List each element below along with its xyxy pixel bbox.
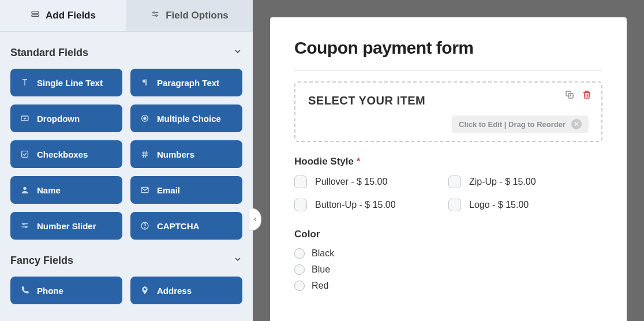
form-canvas-wrap: Coupon payment form SELECT YOUR ITEM Cli… [253, 0, 644, 321]
field-label: Paragraph Text [157, 78, 219, 88]
trash-icon[interactable] [582, 89, 592, 102]
standard-fields-grid: Single Line Text Paragraph Text Dropdown… [10, 69, 242, 240]
radio-icon [294, 264, 305, 275]
field-label: Single Line Text [37, 78, 103, 88]
required-asterisk: * [357, 156, 361, 167]
svg-point-5 [156, 14, 158, 16]
selected-field-block[interactable]: SELECT YOUR ITEM Click to Edit | Drag to… [294, 81, 602, 142]
svg-rect-1 [32, 14, 39, 16]
field-single-line-text[interactable]: Single Line Text [10, 69, 122, 96]
color-options: Black Blue Red [294, 248, 602, 291]
radio-icon [140, 113, 150, 124]
checkbox-icon [294, 176, 307, 188]
option-buttonup[interactable]: Button-Up - $ 15.00 [294, 199, 448, 211]
field-label: Dropdown [37, 114, 80, 124]
svg-line-12 [143, 151, 144, 158]
svg-point-8 [144, 117, 146, 120]
field-name[interactable]: Name [10, 176, 122, 204]
field-label: Address [157, 286, 192, 296]
option-label: Button-Up - $ 15.00 [315, 200, 396, 210]
option-logo[interactable]: Logo - $ 15.00 [448, 199, 602, 211]
tab-field-options[interactable]: Field Options [126, 0, 253, 31]
option-label: Logo - $ 15.00 [469, 200, 529, 210]
field-label: Checkboxes [37, 150, 88, 159]
section-standard-fields[interactable]: Standard Fields [10, 39, 242, 66]
field-label: Phone [37, 286, 63, 296]
field-multiple-choice[interactable]: Multiple Choice [130, 104, 242, 132]
section-fancy-title: Fancy Fields [10, 255, 73, 267]
field-email[interactable]: Email [130, 176, 242, 204]
form-card: Coupon payment form SELECT YOUR ITEM Cli… [270, 17, 627, 321]
field-label: Number Slider [37, 221, 96, 231]
option-label: Zip-Up - $ 15.00 [469, 177, 536, 187]
field-captcha[interactable]: CAPTCHA [130, 212, 242, 240]
field-options-icon [151, 10, 160, 22]
radio-icon [294, 281, 305, 291]
hint-text: Click to Edit | Drag to Reorder [459, 120, 566, 129]
section-fancy-fields[interactable]: Fancy Fields [10, 247, 242, 274]
form-title[interactable]: Coupon payment form [294, 38, 602, 58]
duplicate-icon[interactable] [564, 89, 575, 102]
checkbox-icon [20, 149, 30, 159]
field-paragraph-text[interactable]: Paragraph Text [130, 69, 242, 96]
field-numbers[interactable]: Numbers [130, 140, 242, 168]
tab-add-fields[interactable]: Add Fields [0, 0, 126, 31]
option-pullover[interactable]: Pullover - $ 15.00 [294, 176, 448, 188]
radio-icon [294, 248, 305, 259]
checkbox-icon [448, 176, 461, 188]
color-label: Color [294, 229, 602, 240]
field-label: CAPTCHA [157, 221, 199, 231]
color-black[interactable]: Black [294, 248, 602, 259]
help-circle-icon [140, 221, 150, 231]
svg-rect-6 [21, 116, 28, 121]
color-blue[interactable]: Blue [294, 264, 602, 275]
user-icon [20, 185, 30, 195]
option-label: Red [312, 281, 328, 291]
section-standard-title: Standard Fields [10, 47, 88, 59]
field-label: Multiple Choice [157, 114, 221, 124]
section-field-title: SELECT YOUR ITEM [308, 94, 589, 107]
option-label: Black [312, 248, 334, 259]
panel-scroll[interactable]: Standard Fields Single Line Text Paragra… [0, 32, 253, 321]
checkbox-icon [448, 199, 461, 211]
hash-icon [140, 149, 150, 159]
builder-sidebar: Add Fields Field Options Standard Fields… [0, 0, 253, 321]
chevron-down-icon [233, 47, 242, 59]
map-pin-icon [140, 285, 150, 296]
field-number-slider[interactable]: Number Slider [10, 212, 122, 240]
chevron-down-icon [233, 255, 242, 267]
tab-add-fields-label: Add Fields [46, 10, 96, 21]
option-zipup[interactable]: Zip-Up - $ 15.00 [448, 176, 602, 188]
hint-row: Click to Edit | Drag to Reorder ✕ [308, 115, 589, 133]
field-dropdown[interactable]: Dropdown [10, 104, 122, 132]
field-phone[interactable]: Phone [10, 277, 122, 304]
field-address[interactable]: Address [130, 277, 242, 304]
hoodie-options: Pullover - $ 15.00 Zip-Up - $ 15.00 Butt… [294, 176, 602, 211]
field-label: Email [157, 185, 180, 195]
sliders-icon [20, 221, 30, 231]
field-label: Name [37, 185, 61, 195]
svg-point-19 [25, 226, 27, 228]
hint-pill: Click to Edit | Drag to Reorder ✕ [452, 115, 589, 133]
close-hint-icon[interactable]: ✕ [571, 119, 582, 129]
field-label: Numbers [157, 150, 194, 159]
text-icon [20, 77, 30, 88]
fancy-fields-grid: Phone Address [10, 277, 242, 304]
svg-point-21 [144, 227, 145, 228]
color-red[interactable]: Red [294, 281, 602, 291]
dropdown-icon [20, 113, 30, 124]
svg-point-3 [153, 12, 155, 13]
svg-point-17 [23, 223, 25, 225]
svg-point-14 [23, 187, 26, 190]
field-checkboxes[interactable]: Checkboxes [10, 140, 122, 168]
option-label: Blue [312, 264, 330, 275]
svg-line-13 [145, 151, 146, 158]
envelope-icon [140, 185, 150, 195]
field-actions [564, 89, 592, 102]
hoodie-style-text: Hoodie Style [294, 156, 354, 167]
tab-field-options-label: Field Options [166, 10, 229, 21]
hoodie-style-label: Hoodie Style * [294, 156, 602, 167]
svg-rect-9 [22, 151, 28, 158]
option-label: Pullover - $ 15.00 [315, 177, 387, 187]
svg-rect-0 [32, 12, 39, 13]
